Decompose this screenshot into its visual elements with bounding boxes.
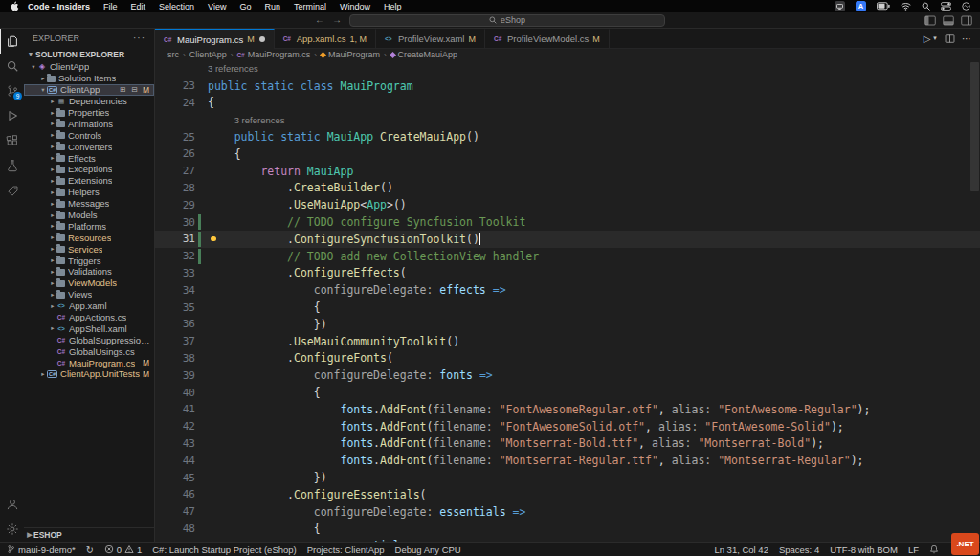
tree-item-clientapp[interactable]: ▾C#ClientApp⊞ ⊟M (24, 84, 154, 96)
tree-item-action-icons[interactable]: ⊞ ⊟ (120, 85, 140, 94)
toggle-sidebar-icon[interactable] (924, 15, 936, 26)
codelens-references[interactable]: 3 references (208, 63, 258, 74)
menu-selection[interactable]: Selection (152, 2, 201, 11)
codelens-line[interactable]: 3 references (155, 60, 980, 78)
nav-forward-icon[interactable]: → (332, 15, 342, 25)
breadcrumb-item-createmauiapp[interactable]: CreateMauiApp (390, 50, 458, 59)
breadcrumb-item-clientapp[interactable]: ClientApp (189, 50, 227, 59)
control-center-icon[interactable] (941, 2, 951, 11)
menu-window[interactable]: Window (333, 2, 377, 11)
tree-item-validations[interactable]: ▸Validations (24, 266, 154, 278)
toggle-panel-icon[interactable] (943, 15, 954, 26)
menu-go[interactable]: Go (233, 2, 257, 11)
menu-view[interactable]: View (201, 2, 233, 11)
notifications-bell-icon[interactable] (929, 545, 939, 554)
menu-run[interactable]: Run (257, 2, 287, 11)
code-line-40[interactable]: 40 { (155, 384, 980, 401)
activity-search[interactable] (0, 54, 24, 78)
explorer-more-actions-icon[interactable]: ··· (133, 33, 145, 43)
battery-icon[interactable] (877, 2, 890, 11)
menu-terminal[interactable]: Terminal (287, 2, 333, 11)
codelens-line[interactable]: 3 references (155, 111, 980, 128)
code-line-30[interactable]: 30 // TODO configure Syncfusion Toolkit (155, 213, 980, 231)
editor-code-area[interactable]: 3 references23public static class MauiPr… (155, 60, 980, 542)
display-icon[interactable] (835, 1, 845, 11)
activity-bookmarks[interactable] (0, 178, 24, 203)
siri-icon[interactable] (962, 2, 970, 11)
tree-item-globalusings-cs[interactable]: C#GlobalUsings.cs (24, 345, 154, 357)
code-line-44[interactable]: 44 fonts.AddFont(filename: "Montserrat-R… (155, 452, 980, 469)
tab-app-xaml-cs[interactable]: C#App.xaml.cs1, M (275, 29, 376, 48)
explorer-section-eshop[interactable]: ▶ ESHOP (24, 527, 154, 542)
dirty-indicator[interactable] (259, 36, 265, 42)
tree-item-triggers[interactable]: ▸Triggers (24, 255, 154, 266)
run-button[interactable]: ▷ ▼ (924, 33, 938, 44)
git-branch-item[interactable]: maui-9-demo* (7, 545, 76, 555)
code-line-29[interactable]: 29 .UseMauiApp<App>() (155, 196, 980, 213)
tree-item-converters[interactable]: ▸Converters (24, 141, 154, 152)
code-line-31[interactable]: 31 .ConfigureSyncfusionToolkit() (155, 231, 980, 248)
scrollbar-thumb[interactable] (970, 62, 979, 191)
tab-mauiprogram-cs[interactable]: C#MauiProgram.csM (155, 29, 275, 49)
activity-source-control[interactable]: 9 (0, 78, 24, 103)
tree-item-models[interactable]: ▸Models (24, 210, 154, 221)
code-line-25[interactable]: 25 public static MauiApp CreateMauiApp() (155, 128, 980, 145)
code-line-46[interactable]: 46 .ConfigureEssentials( (155, 486, 980, 503)
tree-item-controls[interactable]: ▸Controls (24, 129, 154, 141)
tree-item-app-xaml[interactable]: ▸<>App.xaml (24, 300, 154, 312)
activity-explorer[interactable] (0, 29, 24, 54)
projects-item[interactable]: Projects: ClientApp (307, 545, 385, 555)
indentation-item[interactable]: Spaces: 4 (779, 545, 819, 555)
code-line-39[interactable]: 39 configureDelegate: fonts => (155, 367, 980, 384)
code-line-23[interactable]: 23public static class MauiProgram (155, 78, 980, 95)
code-line-41[interactable]: 41 fonts.AddFont(filename: "FontAwesomeR… (155, 401, 980, 418)
tree-item-appshell-xaml[interactable]: ▸<>AppShell.xaml (24, 322, 154, 334)
code-line-37[interactable]: 37 .UseMauiCommunityToolkit() (155, 333, 980, 350)
tree-item-clientapp[interactable]: ▾◈ClientApp (24, 61, 154, 73)
tab-profileviewmodel-cs[interactable]: C#ProfileViewModel.csM (485, 29, 610, 48)
code-line-32[interactable]: 32 // TODO add new CollectionView handle… (155, 248, 980, 265)
activity-settings[interactable] (0, 517, 24, 542)
tree-item-solution-items[interactable]: ▸Solution Items (24, 73, 154, 84)
breadcrumb-item-mauiprogram-cs[interactable]: C#MauiProgram.cs (236, 50, 310, 59)
customize-layout-icon[interactable] (961, 15, 972, 26)
wifi-icon[interactable] (901, 2, 911, 11)
code-line-36[interactable]: 36 }) (155, 316, 980, 333)
menu-code-insiders[interactable]: Code - Insiders (21, 2, 97, 11)
split-editor-icon[interactable] (945, 33, 955, 44)
tree-item-extensions[interactable]: ▸Extensions (24, 175, 154, 187)
code-line-35[interactable]: 35 { (155, 299, 980, 316)
nav-back-icon[interactable]: ← (315, 15, 324, 25)
menu-help[interactable]: Help (377, 2, 409, 11)
activity-testing[interactable] (0, 153, 24, 178)
menu-file[interactable]: File (97, 2, 124, 11)
code-line-43[interactable]: 43 fonts.AddFont(filename: "Montserrat-B… (155, 435, 980, 453)
breadcrumb-item-mauiprogram[interactable]: MauiProgram (321, 50, 380, 59)
tree-item-clientapp-unittests[interactable]: ▸C#ClientApp.UnitTestsM (24, 368, 154, 380)
tree-item-animations[interactable]: ▸Animations (24, 118, 154, 129)
activity-extensions[interactable] (0, 128, 24, 153)
breadcrumb-item-src[interactable]: src (167, 50, 179, 59)
more-actions-icon[interactable]: ⋯ (962, 33, 971, 44)
code-line-27[interactable]: 27 return MauiApp (155, 163, 980, 180)
menu-edit[interactable]: Edit (124, 2, 153, 11)
tree-item-properties[interactable]: ▸Properties (24, 107, 154, 119)
tree-item-globalsuppressions-cs[interactable]: C#GlobalSuppressions.cs (24, 334, 154, 345)
code-line-28[interactable]: 28 .CreateBuilder() (155, 180, 980, 197)
code-line-47[interactable]: 47 configureDelegate: essentials => (155, 503, 980, 521)
tree-item-viewmodels[interactable]: ▸ViewModels (24, 278, 154, 289)
tree-item-platforms[interactable]: ▸Platforms (24, 220, 154, 232)
tree-item-mauiprogram-cs[interactable]: C#MauiProgram.csM (24, 357, 154, 368)
eol-item[interactable]: LF (908, 545, 919, 555)
cursor-position-item[interactable]: Ln 31, Col 42 (714, 545, 768, 555)
code-line-26[interactable]: 26 { (155, 145, 980, 163)
activity-run-debug[interactable] (0, 103, 24, 128)
code-line-34[interactable]: 34 configureDelegate: effects => (155, 281, 980, 299)
build-config-item[interactable]: Debug Any CPU (395, 545, 461, 555)
csharp-launch-item[interactable]: C#: Launch Startup Project (eShop) (152, 545, 297, 555)
tree-item-resources[interactable]: ▸Resources (24, 232, 154, 243)
tree-item-dependencies[interactable]: ▸▦Dependencies (24, 96, 154, 107)
apple-menu[interactable] (10, 1, 19, 11)
codelens-references[interactable]: 3 references (208, 115, 284, 125)
tree-item-services[interactable]: ▸Services (24, 243, 154, 255)
